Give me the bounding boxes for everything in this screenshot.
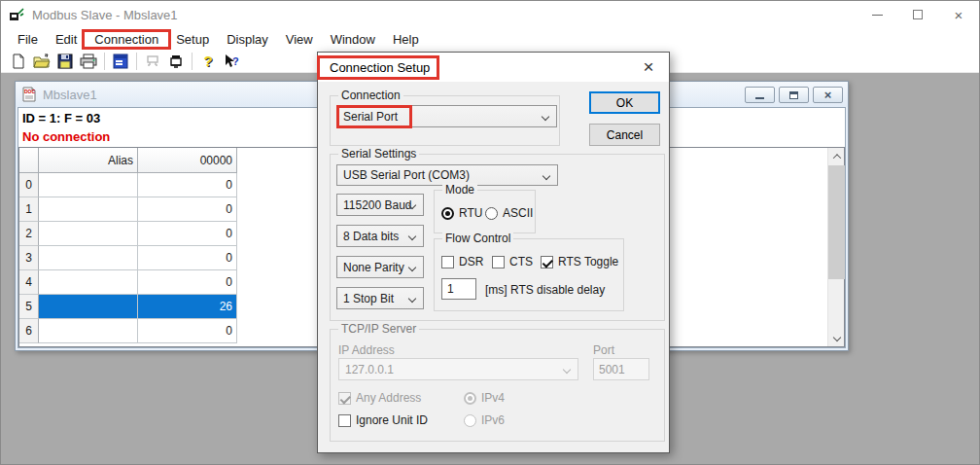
close-button[interactable]: × [938, 1, 979, 28]
row-number: 1 [19, 197, 39, 222]
ip-address-value: 127.0.0.1 [345, 363, 394, 376]
value-cell[interactable]: 0 [138, 246, 237, 270]
mode-group-label: Mode [442, 183, 477, 197]
any-address-checkbox: Any Address [338, 391, 421, 405]
display-setup-icon [113, 54, 128, 69]
menu-edit[interactable]: Edit [47, 30, 86, 49]
context-help-button[interactable]: ? [220, 51, 243, 72]
dialog-title-bar[interactable]: Connection Setup × [318, 53, 669, 82]
rtu-radio[interactable]: RTU [441, 206, 482, 220]
row-number: 0 [19, 173, 39, 197]
stop-bits-select[interactable]: 1 Stop Bit [336, 287, 424, 309]
dialog-close-icon: × [643, 56, 653, 78]
value-cell[interactable]: 0 [138, 173, 237, 197]
chevron-down-icon [408, 295, 416, 303]
scroll-up-button[interactable] [828, 148, 845, 164]
doc-minimize-button[interactable] [745, 87, 775, 103]
header-corner [19, 148, 39, 173]
serial-port-value: USB Serial Port (COM3) [343, 168, 470, 182]
menu-display[interactable]: Display [218, 30, 277, 49]
header-register[interactable]: 00000 [138, 148, 237, 173]
ok-button[interactable]: OK [589, 91, 660, 114]
table-row[interactable]: 3 0 [19, 246, 237, 270]
connection-group-label: Connection [338, 89, 403, 102]
alias-cell[interactable] [39, 173, 138, 197]
table-row[interactable]: 1 0 [19, 197, 237, 222]
radio-icon [464, 414, 476, 427]
ipv4-label: IPv4 [481, 391, 505, 405]
value-cell[interactable]: 0 [138, 319, 237, 343]
menu-file[interactable]: File [9, 30, 47, 49]
rts-toggle-label: RTS Toggle [558, 255, 618, 268]
baud-rate-value: 115200 Baud [343, 198, 412, 212]
ignore-unit-id-label: Ignore Unit ID [356, 413, 428, 427]
port-input: 5001 [593, 358, 649, 380]
disconnect-button[interactable] [141, 51, 164, 72]
menu-setup[interactable]: Setup [167, 30, 218, 49]
value-cell[interactable]: 0 [138, 222, 237, 246]
open-file-button[interactable] [30, 51, 53, 72]
rts-toggle-checkbox[interactable]: RTS Toggle [541, 255, 618, 268]
connection-type-select[interactable]: Serial Port [336, 105, 557, 127]
maximize-icon [913, 10, 923, 19]
menu-window[interactable]: Window [322, 30, 384, 49]
ipv6-label: IPv6 [481, 413, 505, 427]
parity-select[interactable]: None Parity [336, 256, 424, 278]
alias-cell[interactable] [39, 222, 138, 246]
dialog-close-button[interactable]: × [636, 53, 661, 82]
alias-cell[interactable] [39, 246, 138, 270]
scroll-down-button[interactable] [828, 330, 845, 346]
baud-rate-select[interactable]: 115200 Baud [336, 194, 424, 216]
title-bar: Modbus Slave - Mbslave1 × [1, 1, 979, 28]
save-button[interactable] [53, 51, 77, 72]
alias-cell[interactable] [39, 270, 138, 295]
connect-button[interactable] [164, 51, 188, 72]
menu-connection[interactable]: Connection [86, 30, 167, 49]
flow-control-label: Flow Control [442, 232, 513, 245]
alias-cell[interactable] [39, 319, 138, 343]
cts-checkbox[interactable]: CTS [492, 255, 533, 268]
radio-icon [485, 207, 498, 220]
new-file-button[interactable] [7, 51, 30, 72]
checkbox-checked-icon [338, 392, 351, 405]
menu-view[interactable]: View [277, 30, 322, 49]
vertical-scrollbar[interactable] [827, 148, 844, 346]
scrollbar-thumb[interactable] [828, 165, 845, 279]
value-cell[interactable]: 26 [138, 295, 237, 319]
radio-icon [464, 392, 476, 405]
header-alias[interactable]: Alias [39, 148, 138, 173]
ascii-radio[interactable]: ASCII [485, 206, 533, 220]
doc-restore-button[interactable] [779, 87, 809, 103]
value-cell[interactable]: 0 [138, 270, 237, 295]
table-row[interactable]: 4 0 [19, 270, 237, 295]
mdi-workspace: DOC Mbslave1 × ID = 1: F = 03 No connect… [1, 73, 979, 465]
help-button[interactable]: ? [196, 51, 220, 72]
minimize-button[interactable] [857, 1, 897, 28]
table-row[interactable]: 0 0 [19, 173, 237, 197]
ipv4-radio: IPv4 [464, 391, 505, 405]
alias-cell[interactable] [39, 295, 138, 319]
data-bits-select[interactable]: 8 Data bits [336, 225, 424, 247]
rts-delay-input[interactable]: 1 [441, 278, 476, 300]
value-cell[interactable]: 0 [138, 197, 237, 222]
toolbar-separator [192, 53, 192, 70]
save-icon [57, 54, 73, 69]
display-setup-button[interactable] [109, 51, 132, 72]
cancel-button[interactable]: Cancel [589, 124, 660, 146]
port-label: Port [593, 343, 614, 357]
rtu-label: RTU [459, 206, 482, 220]
checkbox-icon [338, 414, 351, 427]
alias-cell[interactable] [39, 197, 138, 222]
maximize-button[interactable] [897, 1, 938, 28]
menu-help[interactable]: Help [384, 30, 428, 49]
app-icon [9, 7, 24, 22]
table-row-selected[interactable]: 5 26 [19, 295, 237, 319]
ignore-unit-id-checkbox[interactable]: Ignore Unit ID [338, 413, 428, 427]
connect-icon [167, 54, 185, 69]
table-row[interactable]: 2 0 [19, 222, 237, 246]
table-row[interactable]: 6 0 [19, 319, 237, 343]
dsr-checkbox[interactable]: DSR [441, 255, 483, 268]
document-title: Mbslave1 [43, 88, 97, 102]
print-button[interactable] [77, 51, 100, 72]
doc-close-button[interactable]: × [813, 87, 843, 103]
